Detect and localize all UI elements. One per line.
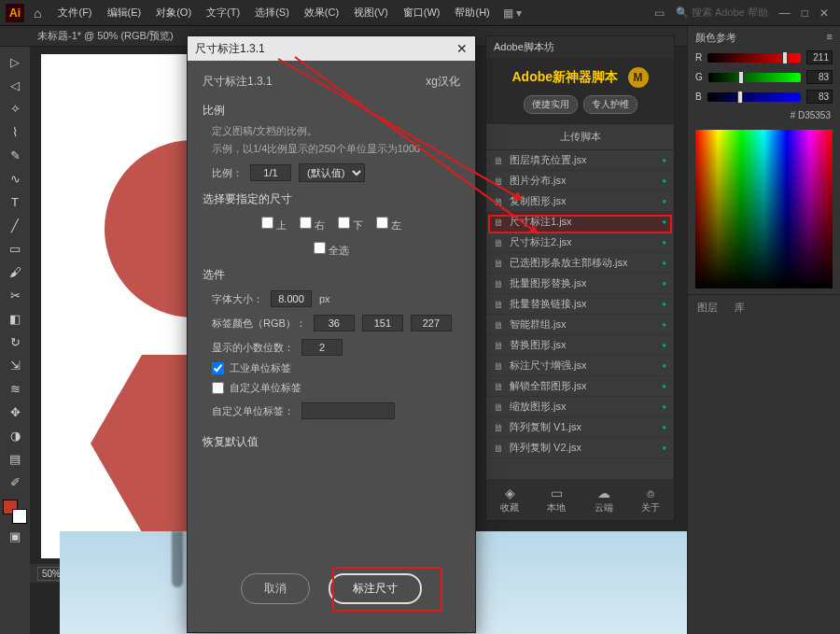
free-transform-tool-icon[interactable]: ✥ [3, 401, 27, 423]
font-label: 字体大小： [212, 292, 263, 306]
search-input[interactable]: 🔍 搜索 Adobe 帮助 [670, 6, 774, 20]
ratio-input[interactable] [250, 164, 291, 181]
direct-selection-tool-icon[interactable]: ◁ [3, 74, 27, 96]
script-item-label: 尺寸标注2.jsx [510, 235, 572, 249]
color-swatch[interactable] [3, 500, 27, 524]
cb-bottom[interactable]: 下 [338, 217, 363, 232]
script-item[interactable]: 🗎阵列复制 V2.jsx● [486, 438, 674, 458]
script-item[interactable]: 🗎解锁全部图形.jsx● [486, 376, 674, 397]
scripts-banner: Adobe新神器脚本 M 便捷实用 专人护维 [486, 58, 674, 123]
window-close-icon[interactable]: ✕ [814, 7, 834, 20]
cb-industrial[interactable] [212, 362, 224, 374]
magic-wand-tool-icon[interactable]: ✧ [3, 97, 27, 120]
script-item[interactable]: 🗎智能群组.jsx● [486, 315, 674, 335]
menu-object[interactable]: 对象(O) [148, 6, 199, 20]
script-item[interactable]: 🗎图层填充位置.jsx● [486, 150, 674, 171]
pill-1[interactable]: 便捷实用 [524, 95, 578, 114]
tab-layers[interactable]: 图层 [697, 301, 718, 315]
slider-g[interactable]: G83 [688, 67, 840, 87]
script-item[interactable]: 🗎尺寸标注2.jsx● [486, 232, 674, 253]
rectangle-tool-icon[interactable]: ▭ [3, 237, 27, 260]
scale-tool-icon[interactable]: ⇲ [3, 354, 27, 376]
script-item[interactable]: 🗎批量图形替换.jsx● [486, 274, 674, 294]
dialog-titlebar[interactable]: 尺寸标注1.3.1 ✕ [188, 36, 475, 61]
background-swatch[interactable] [12, 509, 27, 524]
cb-left[interactable]: 左 [376, 217, 401, 232]
arrange-icon[interactable]: ▭ [649, 7, 670, 20]
script-item[interactable]: 🗎替换图形.jsx● [486, 335, 674, 356]
menu-view[interactable]: 视图(V) [346, 6, 396, 20]
hex-value[interactable]: # D35353 [688, 106, 840, 124]
window-max-icon[interactable]: □ [796, 7, 814, 20]
file-icon: 🗎 [494, 176, 504, 187]
section-restore[interactable]: 恢复默认值 [203, 434, 460, 450]
status-dot-icon: ● [662, 156, 666, 164]
menu-effect[interactable]: 效果(C) [297, 6, 346, 20]
upload-script-button[interactable]: 上传脚本 [486, 123, 674, 150]
script-item[interactable]: 🗎图片分布.jsx● [486, 171, 674, 191]
color-r-input[interactable] [314, 315, 355, 331]
close-icon[interactable]: ✕ [456, 41, 468, 56]
menu-help[interactable]: 帮助(H) [447, 6, 497, 20]
color-spectrum[interactable] [695, 130, 833, 289]
script-list[interactable]: 🗎图层填充位置.jsx●🗎图片分布.jsx●🗎复制图形.jsx●🗎尺寸标注1.j… [486, 150, 674, 458]
color-g-input[interactable] [362, 315, 403, 331]
tab-libraries[interactable]: 库 [735, 301, 745, 315]
menu-edit[interactable]: 编辑(E) [100, 6, 149, 20]
menu-window[interactable]: 窗口(W) [396, 6, 448, 20]
footer-local[interactable]: ▭本地 [547, 486, 566, 514]
cb-custom[interactable] [212, 382, 224, 394]
font-input[interactable] [271, 290, 312, 307]
dialog-credit: xg汉化 [426, 74, 460, 90]
eyedropper-tool-icon[interactable]: ✐ [3, 471, 27, 493]
cb-top[interactable]: 上 [261, 217, 287, 232]
script-item[interactable]: 🗎标注尺寸增强.jsx● [486, 356, 674, 376]
menu-type[interactable]: 文字(T) [199, 6, 247, 20]
script-item[interactable]: 🗎阵列复制 V1.jsx● [486, 417, 674, 438]
bridge-icon[interactable]: ▦ ▾ [497, 7, 527, 20]
ok-button[interactable]: 标注尺寸 [329, 573, 422, 604]
cb-right[interactable]: 右 [300, 217, 325, 232]
screen-mode-icon[interactable]: ▣ [3, 525, 27, 547]
color-b-input[interactable] [411, 315, 452, 331]
menu-select[interactable]: 选择(S) [247, 6, 297, 20]
window-min-icon[interactable]: — [774, 7, 796, 20]
cb-all[interactable]: 全选 [314, 242, 349, 258]
slider-b[interactable]: B83 [688, 87, 840, 106]
footer-fav[interactable]: ◈收藏 [500, 486, 519, 514]
app-logo: Ai [6, 4, 24, 22]
curvature-tool-icon[interactable]: ∿ [3, 167, 27, 190]
scripts-panel-tab[interactable]: Adobe脚本坊 [486, 36, 674, 58]
script-item[interactable]: 🗎已选图形条放主部移动.jsx● [486, 253, 674, 274]
script-item[interactable]: 🗎缩放图形.jsx● [486, 397, 674, 417]
slider-r[interactable]: R211 [688, 48, 840, 67]
footer-cloud[interactable]: ☁云端 [595, 486, 613, 514]
status-dot-icon: ● [662, 238, 666, 247]
line-tool-icon[interactable]: ╱ [3, 214, 27, 236]
shaper-tool-icon[interactable]: ✂ [3, 284, 27, 306]
script-item[interactable]: 🗎批量替换链接.jsx● [486, 294, 674, 315]
paintbrush-tool-icon[interactable]: 🖌 [3, 261, 27, 283]
script-item[interactable]: 🗎复制图形.jsx● [486, 191, 674, 212]
lasso-tool-icon[interactable]: ⌇ [3, 120, 27, 143]
footer-about[interactable]: ⌾关于 [641, 486, 660, 514]
status-dot-icon: ● [662, 176, 666, 185]
document-title[interactable]: 未标题-1* @ 50% (RGB/预览) [37, 29, 174, 43]
width-tool-icon[interactable]: ≋ [3, 377, 27, 400]
selection-tool-icon[interactable]: ▷ [3, 50, 27, 73]
decimal-input[interactable] [301, 339, 343, 356]
pen-tool-icon[interactable]: ✎ [3, 144, 27, 166]
pill-2[interactable]: 专人护维 [583, 95, 637, 114]
cancel-button[interactable]: 取消 [241, 573, 310, 604]
rotate-tool-icon[interactable]: ↻ [3, 331, 27, 353]
menu-file[interactable]: 文件(F) [50, 6, 99, 20]
type-tool-icon[interactable]: T [3, 190, 27, 213]
home-icon[interactable]: ⌂ [34, 6, 41, 21]
ratio-default-select[interactable]: (默认值) [299, 163, 365, 182]
custom-input[interactable] [301, 402, 395, 419]
shape-builder-tool-icon[interactable]: ◑ [3, 424, 27, 446]
eraser-tool-icon[interactable]: ◧ [3, 307, 27, 330]
script-item-label: 已选图形条放主部移动.jsx [510, 256, 628, 270]
gradient-tool-icon[interactable]: ▤ [3, 447, 27, 470]
panel-menu-icon[interactable]: ≡ [827, 31, 833, 45]
